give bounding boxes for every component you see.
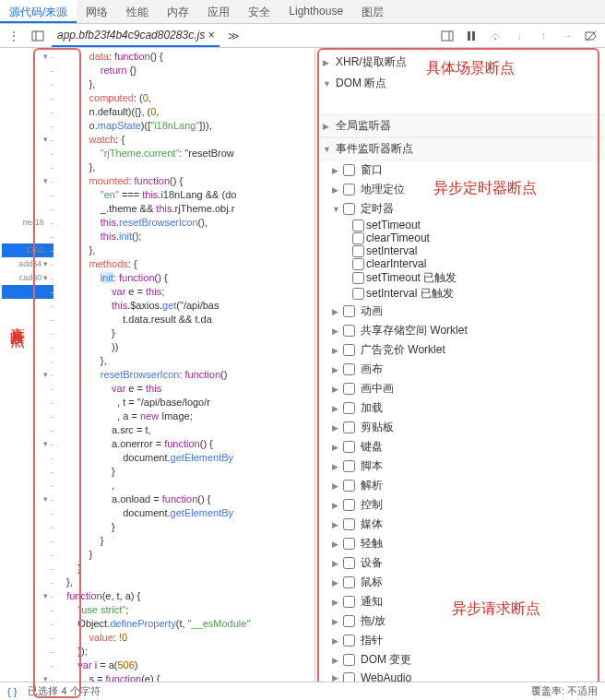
event-item[interactable]: ▶动画 [315, 302, 605, 321]
annotation-label-scene: 具体场景断点 [426, 59, 515, 78]
event-item[interactable]: ▶解析 [315, 476, 605, 495]
section-global-label: 全局监听器 [336, 118, 391, 134]
section-event-label: 事件监听器断点 [336, 141, 413, 157]
event-item[interactable]: ▶控制 [315, 495, 605, 515]
more-options-icon[interactable]: ⋮ [4, 26, 24, 46]
svg-rect-5 [472, 31, 475, 41]
main-tabs: 源代码/来源 网络 性能 内存 应用 安全 Lighthouse 图层 [0, 0, 605, 24]
section-xhr-label: XHR/提取断点 [336, 54, 407, 70]
event-checkbox[interactable] [343, 480, 355, 492]
event-checkbox[interactable] [343, 557, 355, 569]
status-bar: { } 已选择 4 个字符 覆盖率: 不适用 [0, 682, 605, 700]
event-checkbox[interactable] [343, 654, 355, 666]
tab-layers[interactable]: 图层 [352, 0, 393, 23]
event-checkbox[interactable] [343, 164, 355, 176]
event-checkbox[interactable] [343, 402, 355, 414]
status-selection: 已选择 4 个字符 [28, 684, 100, 698]
svg-rect-2 [442, 31, 453, 41]
event-item[interactable]: ▶窗口 [315, 160, 605, 180]
tab-lighthouse[interactable]: Lighthouse [279, 0, 352, 23]
event-sub-item[interactable]: setInterval [315, 244, 605, 257]
svg-rect-4 [468, 31, 470, 41]
event-item[interactable]: ▶加载 [315, 398, 605, 418]
section-global[interactable]: ▶全局监听器 [315, 114, 605, 137]
event-item[interactable]: ▶脚本 [315, 457, 605, 476]
event-checkbox[interactable] [352, 219, 364, 231]
event-checkbox[interactable] [343, 305, 355, 317]
tab-performance[interactable]: 性能 [117, 0, 158, 23]
event-item[interactable]: ▶指针 [315, 631, 605, 650]
event-checkbox[interactable] [343, 596, 355, 608]
event-checkbox[interactable] [343, 635, 355, 647]
code-area[interactable]: data: function() { return {} }, computed… [57, 48, 314, 682]
breakpoints-panel: ▶XHR/提取断点 ▼DOM 断点 ▶全局监听器 ▼事件监听器断点 ▶窗口▶地理… [315, 48, 605, 682]
annotation-label-timer: 异步定时器断点 [433, 179, 537, 198]
step-over-icon[interactable] [485, 26, 505, 46]
code-editor[interactable]: ▾- - - - - -▾- - -▾- - -ne-18 - -1702 -a… [0, 48, 315, 682]
tab-sources[interactable]: 源代码/来源 [0, 0, 77, 23]
event-item[interactable]: ▶DOM 变更 [315, 650, 605, 670]
file-tab[interactable]: app.bfb23f4b4c9cad80283c.js × [52, 24, 219, 47]
step-into-icon[interactable]: ↓ [509, 26, 529, 46]
event-item[interactable]: ▶键盘 [315, 437, 605, 457]
event-checkbox[interactable] [343, 421, 355, 433]
event-checkbox[interactable] [343, 441, 355, 453]
step-out-icon[interactable]: ↑ [533, 26, 553, 46]
event-checkbox[interactable] [343, 518, 355, 530]
event-sub-item[interactable]: clearInterval [315, 257, 605, 270]
event-checkbox[interactable] [343, 460, 355, 472]
section-event[interactable]: ▼事件监听器断点 [315, 137, 605, 160]
event-checkbox[interactable] [343, 344, 355, 356]
event-checkbox[interactable] [352, 232, 364, 244]
event-checkbox[interactable] [343, 325, 355, 337]
event-item[interactable]: ▶媒体 [315, 515, 605, 534]
event-checkbox[interactable] [352, 245, 364, 257]
chevron-down-icon: ▼ [323, 145, 332, 154]
event-checkbox[interactable] [343, 383, 355, 395]
svg-point-6 [494, 37, 497, 40]
event-checkbox[interactable] [352, 272, 364, 284]
pause-icon[interactable] [461, 26, 481, 46]
format-icon[interactable]: { } [7, 686, 17, 697]
event-checkbox[interactable] [343, 203, 355, 215]
event-checkbox[interactable] [343, 672, 355, 682]
tab-security[interactable]: 安全 [239, 0, 279, 23]
tab-network[interactable]: 网络 [77, 0, 117, 23]
event-sub-item[interactable]: setTimeout 已触发 [315, 270, 605, 286]
event-checkbox[interactable] [343, 363, 355, 375]
event-item[interactable]: ▼定时器 [315, 199, 605, 219]
event-item[interactable]: ▶共享存储空间 Worklet [315, 321, 605, 340]
event-item[interactable]: ▶画中画 [315, 379, 605, 398]
step-icon[interactable]: → [557, 26, 577, 46]
file-tab-label: app.bfb23f4b4c9cad80283c.js [57, 29, 205, 42]
event-checkbox[interactable] [343, 576, 355, 588]
annotation-label-xhr: 异步请求断点 [452, 599, 540, 619]
more-tabs-icon[interactable]: ≫ [223, 26, 243, 46]
event-item[interactable]: ▶鼠标 [315, 573, 605, 592]
event-item[interactable]: ▶轻触 [315, 534, 605, 553]
event-checkbox[interactable] [343, 184, 355, 196]
tab-memory[interactable]: 内存 [158, 0, 198, 23]
debugger-toggle-icon[interactable] [437, 26, 457, 46]
event-checkbox[interactable] [343, 615, 355, 627]
event-sub-item[interactable]: clearTimeout [315, 231, 605, 244]
event-sub-item[interactable]: setTimeout [315, 219, 605, 231]
sources-toolbar: ⋮ app.bfb23f4b4c9cad80283c.js × ≫ ↓ ↑ → [0, 24, 605, 48]
chevron-down-icon: ▼ [323, 79, 332, 89]
event-item[interactable]: ▶剪贴板 [315, 418, 605, 437]
event-checkbox[interactable] [352, 258, 364, 270]
event-checkbox[interactable] [352, 288, 364, 300]
navigator-toggle-icon[interactable] [28, 26, 48, 46]
line-gutter[interactable]: ▾- - - - - -▾- - -▾- - -ne-18 - -1702 -a… [0, 48, 57, 682]
event-checkbox[interactable] [343, 499, 355, 511]
event-item[interactable]: ▶设备 [315, 553, 605, 573]
event-checkbox[interactable] [343, 538, 355, 550]
event-sub-item[interactable]: setInterval 已触发 [315, 286, 605, 302]
event-item[interactable]: ▶WebAudio [315, 670, 605, 682]
event-item[interactable]: ▶画布 [315, 360, 605, 379]
annotation-label-direct: 直接断点 [7, 315, 27, 323]
tab-application[interactable]: 应用 [198, 0, 239, 23]
event-item[interactable]: ▶广告竞价 Worklet [315, 340, 605, 360]
deactivate-breakpoints-icon[interactable] [581, 26, 601, 46]
section-dom-label: DOM 断点 [336, 76, 386, 91]
